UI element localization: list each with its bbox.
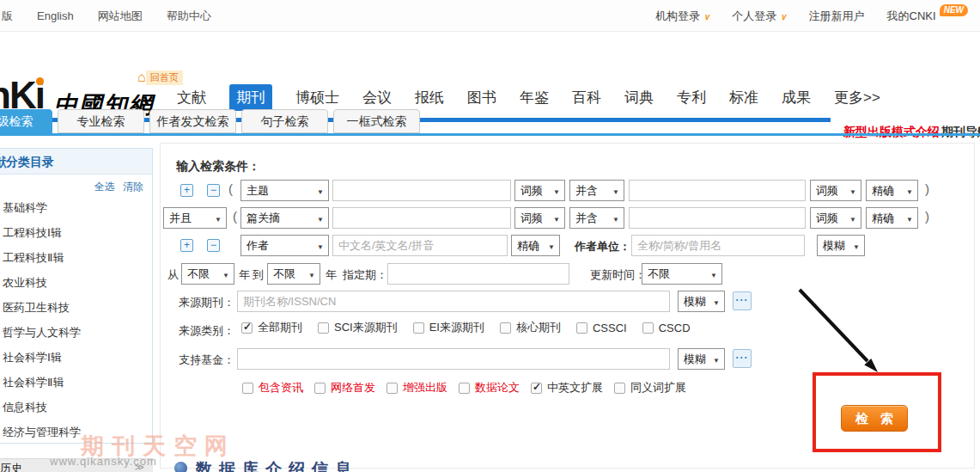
search-mode-tab[interactable]: 高级检索: [0, 109, 52, 133]
search-term-input-1[interactable]: [332, 180, 511, 201]
match-mode-select[interactable]: 模糊: [817, 235, 865, 256]
remove-row-button[interactable]: −: [207, 184, 220, 197]
checkbox[interactable]: [500, 322, 511, 334]
checkbox[interactable]: [314, 383, 326, 394]
checkbox[interactable]: [614, 383, 625, 394]
select-all-link[interactable]: 全选: [94, 181, 115, 193]
checkbox-option[interactable]: 全部期刊: [241, 320, 302, 335]
remove-row-button[interactable]: −: [207, 239, 220, 252]
nav-item[interactable]: 更多>>: [834, 88, 880, 107]
checkbox-option[interactable]: 中英文扩展: [531, 380, 603, 395]
author-name-input[interactable]: [332, 235, 508, 256]
add-row-button[interactable]: +: [180, 239, 193, 252]
update-time-select[interactable]: 不限: [642, 263, 722, 285]
checkbox[interactable]: [413, 322, 424, 334]
search-mode-tab[interactable]: 一框式检索: [333, 109, 420, 133]
nav-item[interactable]: 成果: [782, 88, 811, 107]
nav-item[interactable]: 期刊: [229, 84, 272, 111]
checkbox[interactable]: [387, 383, 398, 394]
search-mode-tab[interactable]: 句子检索: [241, 109, 328, 133]
register-link[interactable]: 注册新用户: [809, 9, 865, 24]
topbar-link[interactable]: 网站地图: [98, 9, 143, 24]
topbar-link[interactable]: 版: [2, 9, 13, 24]
word-frequency-select[interactable]: 词频: [810, 180, 861, 201]
fund-input[interactable]: [237, 348, 670, 370]
match-mode-select[interactable]: 精确: [511, 235, 560, 256]
operator-select[interactable]: 并含: [569, 180, 624, 201]
topbar-link[interactable]: English: [37, 9, 74, 22]
checkbox-option[interactable]: 核心期刊: [500, 320, 561, 335]
word-frequency-select[interactable]: 词频: [514, 180, 565, 201]
match-mode-select[interactable]: 模糊: [678, 291, 725, 312]
year-to-select[interactable]: 不限: [267, 263, 320, 285]
new-publish-mode-link[interactable]: 新型出版模式介绍: [843, 125, 940, 140]
checkbox[interactable]: [459, 383, 470, 394]
nav-item[interactable]: 专利: [677, 88, 706, 107]
nav-item[interactable]: 报纸: [415, 88, 444, 107]
search-term-input-4[interactable]: [629, 207, 806, 229]
nav-item[interactable]: 标准: [729, 88, 758, 107]
journal-navigation-link[interactable]: 期刊导航: [941, 125, 980, 140]
more-journals-button[interactable]: ···: [733, 291, 752, 310]
search-term-input-2[interactable]: [629, 180, 806, 201]
dropdown-caret-icon: [222, 267, 229, 280]
checkbox[interactable]: [642, 322, 654, 334]
checkbox[interactable]: [242, 383, 253, 394]
sidebar-category-item[interactable]: 基础科学: [0, 195, 152, 220]
match-mode-select[interactable]: 模糊: [678, 348, 725, 370]
checkbox[interactable]: [241, 322, 253, 334]
search-mode-tab[interactable]: 专业检索: [58, 109, 144, 133]
source-journal-input[interactable]: [237, 291, 670, 312]
checkbox-option[interactable]: 包含资讯: [242, 380, 303, 395]
clear-link[interactable]: 清除: [123, 181, 143, 193]
dropdown-caret-icon: [612, 211, 619, 224]
sidebar-category-item[interactable]: 社会科学Ⅰ辑: [0, 345, 152, 370]
field-select[interactable]: 篇关摘: [240, 207, 329, 229]
sidebar-category-item[interactable]: 工程科技Ⅰ辑: [0, 220, 152, 245]
topbar-link[interactable]: 帮助中心: [167, 9, 211, 24]
sidebar-category-item[interactable]: 信息科技: [0, 395, 152, 420]
my-cnki-link[interactable]: 我的CNKI NEW: [887, 9, 968, 24]
nav-item[interactable]: 百科: [572, 88, 601, 107]
author-field-select[interactable]: 作者: [240, 235, 329, 256]
search-term-input-3[interactable]: [332, 207, 511, 229]
checkbox[interactable]: [576, 322, 587, 334]
field-select[interactable]: 主题: [240, 180, 329, 201]
match-mode-select[interactable]: 精确: [866, 207, 918, 229]
sidebar-category-item[interactable]: 社会科学Ⅱ辑: [0, 370, 152, 395]
logic-select[interactable]: 并且: [163, 207, 227, 229]
add-row-button[interactable]: +: [180, 184, 193, 197]
match-mode-select[interactable]: 精确: [866, 180, 918, 201]
checkbox-option[interactable]: 同义词扩展: [614, 380, 686, 395]
sidebar-category-item[interactable]: 医药卫生科技: [0, 295, 152, 320]
sidebar-category-item[interactable]: 农业科技: [0, 270, 152, 295]
checkbox-option[interactable]: 网络首发: [314, 380, 375, 395]
nav-item[interactable]: 会议: [362, 88, 392, 107]
nav-item[interactable]: 博硕士: [295, 88, 339, 107]
checkbox-option[interactable]: SCI来源期刊: [318, 320, 398, 335]
checkbox[interactable]: [531, 383, 542, 394]
checkbox-option[interactable]: 增强出版: [387, 380, 447, 395]
nav-item[interactable]: 词典: [624, 88, 654, 107]
sidebar-category-item[interactable]: 哲学与人文科学: [0, 320, 152, 345]
search-mode-tab[interactable]: 作者发文检索: [149, 109, 236, 133]
checkbox-option[interactable]: EI来源期刊: [413, 320, 484, 335]
nav-item[interactable]: 图书: [467, 88, 496, 107]
nav-item[interactable]: 文献: [177, 88, 206, 107]
personal-login-link[interactable]: 个人登录: [732, 9, 786, 24]
word-frequency-select[interactable]: 词频: [810, 207, 861, 229]
operator-select[interactable]: 并含: [569, 207, 624, 229]
checkbox-option[interactable]: CSSCI: [576, 322, 627, 334]
sidebar-category-item[interactable]: 工程科技Ⅱ辑: [0, 245, 152, 270]
word-frequency-select[interactable]: 词频: [514, 207, 565, 229]
checkbox-option[interactable]: CSCD: [642, 322, 691, 334]
author-unit-input[interactable]: [631, 235, 805, 256]
back-home-link[interactable]: 回首页: [137, 70, 183, 85]
checkbox[interactable]: [318, 322, 329, 334]
specified-issue-input[interactable]: [387, 263, 569, 285]
org-login-link[interactable]: 机构登录: [655, 9, 709, 24]
nav-item[interactable]: 年鉴: [520, 88, 549, 107]
year-from-select[interactable]: 不限: [181, 263, 234, 285]
checkbox-option[interactable]: 数据论文: [459, 380, 520, 395]
more-funds-button[interactable]: ···: [733, 349, 752, 368]
